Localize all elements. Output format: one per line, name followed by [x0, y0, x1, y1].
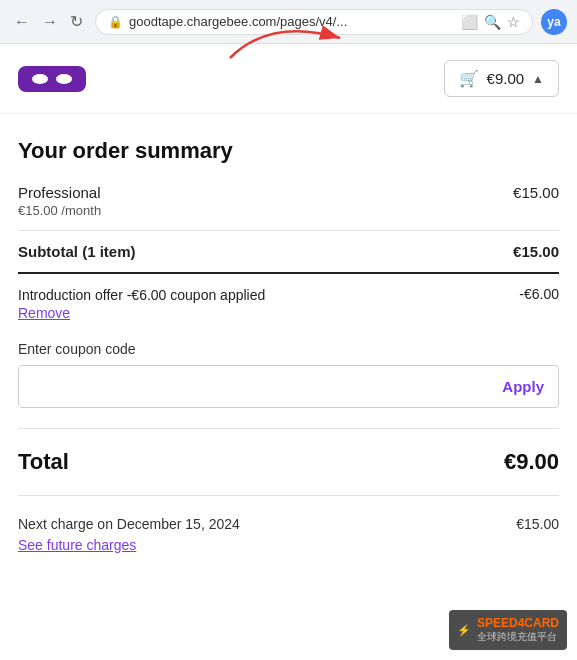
- back-button[interactable]: ←: [10, 11, 34, 33]
- browser-chrome: ← → ↻ 🔒 goodtape.chargebee.com/pages/v4/…: [0, 0, 577, 44]
- apply-coupon-button[interactable]: Apply: [488, 366, 558, 407]
- logo-dot-1: [32, 74, 48, 84]
- next-charge-price: €15.00: [516, 516, 559, 532]
- coupon-input[interactable]: [19, 366, 488, 407]
- header-bar: 🛒 €9.00 ▲: [0, 44, 577, 114]
- subtotal-label: Subtotal (1 item): [18, 243, 136, 260]
- address-icons: ⬜ 🔍 ☆: [461, 14, 520, 30]
- coupon-row: Introduction offer -€6.00 coupon applied…: [18, 286, 559, 321]
- total-row: Total €9.00: [18, 449, 559, 475]
- product-info: Professional €15.00 /month: [18, 184, 101, 218]
- address-bar[interactable]: 🔒 goodtape.chargebee.com/pages/v4/... ⬜ …: [95, 9, 533, 35]
- logo-dot-2: [56, 74, 72, 84]
- user-avatar: ya: [541, 9, 567, 35]
- nav-buttons: ← → ↻: [10, 10, 87, 33]
- browser-icons: ya: [541, 9, 567, 35]
- coupon-info: Introduction offer -€6.00 coupon applied…: [18, 286, 265, 321]
- coupon-discount-amount: -€6.00: [519, 286, 559, 302]
- chevron-up-icon: ▲: [532, 72, 544, 86]
- total-label: Total: [18, 449, 69, 475]
- next-charge-text: Next charge on December 15, 2024: [18, 516, 240, 532]
- product-name: Professional: [18, 184, 101, 201]
- product-line-item: Professional €15.00 /month €15.00: [18, 184, 559, 218]
- next-charge-left: Next charge on December 15, 2024 See fut…: [18, 516, 240, 553]
- reload-button[interactable]: ↻: [66, 10, 87, 33]
- next-charge-section: Next charge on December 15, 2024 See fut…: [18, 516, 559, 573]
- url-text: goodtape.chargebee.com/pages/v4/...: [129, 14, 461, 29]
- main-content: 🛒 €9.00 ▲ Your order summary Professiona…: [0, 44, 577, 573]
- coupon-input-section: Enter coupon code Apply: [18, 341, 559, 408]
- subtotal-price: €15.00: [513, 243, 559, 260]
- logo: [18, 66, 86, 92]
- divider-thick: [18, 272, 559, 274]
- zoom-icon: 🔍: [484, 14, 501, 30]
- coupon-description: Introduction offer -€6.00 coupon applied: [18, 287, 265, 303]
- divider-2: [18, 428, 559, 429]
- cart-button[interactable]: 🛒 €9.00 ▲: [444, 60, 559, 97]
- star-icon: ☆: [507, 14, 520, 30]
- coupon-input-row: Apply: [18, 365, 559, 408]
- remove-coupon-link[interactable]: Remove: [18, 305, 265, 321]
- order-summary-title: Your order summary: [18, 138, 559, 164]
- cast-icon: ⬜: [461, 14, 478, 30]
- total-price: €9.00: [504, 449, 559, 475]
- product-sub-price: €15.00 /month: [18, 203, 101, 218]
- order-summary-section: Your order summary Professional €15.00 /…: [0, 114, 577, 573]
- subtotal-row: Subtotal (1 item) €15.00: [18, 243, 559, 260]
- see-future-charges-link[interactable]: See future charges: [18, 537, 136, 553]
- divider-3: [18, 495, 559, 496]
- cart-price: €9.00: [487, 70, 525, 87]
- cart-icon: 🛒: [459, 69, 479, 88]
- forward-button[interactable]: →: [38, 11, 62, 33]
- lock-icon: 🔒: [108, 15, 123, 29]
- coupon-input-label: Enter coupon code: [18, 341, 559, 357]
- product-price: €15.00: [513, 184, 559, 201]
- divider-1: [18, 230, 559, 231]
